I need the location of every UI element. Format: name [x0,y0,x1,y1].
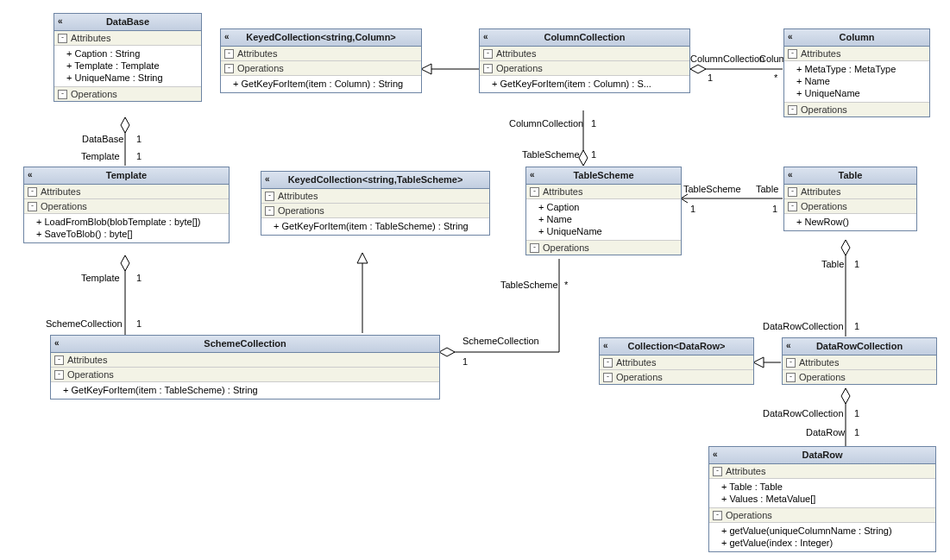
operations-label: Operations [726,510,772,520]
minus-icon: - [28,187,37,197]
lbl-sc2: SchemeCollection [462,336,539,346]
minus-icon: - [58,90,67,99]
minus-icon: - [265,192,274,201]
attributes-header: -Attributes [526,185,681,199]
operations-header: -Operations [54,87,201,101]
attributes-header: -Attributes [709,464,935,479]
class-keyed-tablescheme[interactable]: «KeyedCollection<string,TableScheme> -At… [261,171,490,236]
lbl-tblm: 1 [772,204,777,214]
operations-label: Operations [71,89,117,99]
attr: + Table : Table [721,481,932,493]
attr: + Template : Template [66,60,198,72]
svg-marker-3 [690,65,706,73]
attr: + Values : MetaValue[] [721,493,932,505]
attributes-body: + Caption + Name + UniqueName [526,199,681,241]
class-collection-datarow[interactable]: «Collection<DataRow> -Attributes -Operat… [599,337,754,385]
attributes-label: Attributes [801,48,840,59]
class-tablescheme[interactable]: «TableScheme -Attributes + Caption + Nam… [525,167,682,255]
operations-body: + getValue(uniqueColumnName : String) + … [709,523,935,551]
svg-marker-1 [121,255,129,271]
operations-header: -Operations [783,370,936,384]
operations-header: -Operations [784,199,916,214]
operations-label: Operations [801,104,847,115]
collapse-icon: « [713,450,716,459]
lbl-dr: DataRow [806,427,845,437]
class-name: TableScheme [573,170,633,180]
attr: + UniqueName [796,87,926,99]
lbl-ts2m: 1 [690,204,695,214]
minus-icon: - [224,49,234,59]
attributes-label: Attributes [41,186,80,197]
class-datarow[interactable]: «DataRow -Attributes + Table : Table + V… [708,446,936,552]
minus-icon: - [530,243,539,253]
lbl-tpl-m: 1 [136,151,142,161]
minus-icon: - [788,202,797,211]
attr: + MetaType : MetaType [796,63,926,75]
lbl-ts3: TableScheme [500,280,558,290]
svg-marker-8 [753,357,764,368]
minus-icon: - [224,64,234,73]
operations-header: -Operations [480,61,689,76]
op: + SaveToBlob() : byte[] [36,228,225,240]
operations-header: -Operations [709,508,935,523]
lbl-ts1m: 1 [591,149,596,160]
class-name: Column [840,32,875,42]
class-title: «Column [784,29,929,47]
attr: + Name [796,75,926,87]
class-name: Template [106,170,147,180]
lbl-ts3m: * [564,280,568,290]
class-keyed-column[interactable]: «KeyedCollection<string,Column> -Attribu… [220,28,422,93]
op: + getValue(index : Integer) [721,537,932,549]
attributes-header: -Attributes [600,356,753,370]
attributes-label: Attributes [616,357,656,368]
attributes-label: Attributes [71,33,110,43]
class-name: Table [839,170,863,180]
attributes-header: -Attributes [51,353,439,368]
lbl-tpl2: Template [81,273,120,283]
class-column[interactable]: «Column -Attributes + MetaType : MetaTyp… [783,28,930,117]
lbl-ts2: TableScheme [683,184,741,194]
attributes-header: -Attributes [54,31,201,46]
operations-header: -Operations [51,368,439,382]
collapse-icon: « [788,170,791,179]
minus-icon: - [788,49,797,59]
class-scheme-collection[interactable]: «SchemeCollection -Attributes -Operation… [50,335,440,400]
class-name: DataRow [802,450,842,460]
lbl-cc2: ColumnCollection [509,118,583,129]
op: + getValue(uniqueColumnName : String) [721,525,932,537]
lbl-ts1: TableScheme [522,149,580,160]
class-name: Collection<DataRow> [627,341,725,351]
operations-label: Operations [801,201,847,211]
class-title: «Template [24,167,229,185]
class-table[interactable]: «Table -Attributes -Operations + NewRow(… [783,167,917,231]
lbl-cc1: ColumnCollection [690,53,764,64]
attributes-label: Attributes [726,466,765,476]
minus-icon: - [530,187,539,197]
minus-icon: - [786,373,796,382]
minus-icon: - [54,370,64,380]
collapse-icon: « [54,338,58,348]
operations-label: Operations [237,63,284,73]
attributes-label: Attributes [237,48,277,59]
attributes-header: -Attributes [480,47,689,61]
attr: + Name [538,213,677,225]
class-title: «TableScheme [526,167,681,185]
minus-icon: - [54,356,64,365]
class-datarow-collection[interactable]: «DataRowCollection -Attributes -Operatio… [782,337,937,385]
lbl-tbl2m: 1 [854,259,859,269]
class-name: DataRowCollection [816,341,903,351]
uml-canvas: DataBase 1 Template 1 Template 1 SchemeC… [0,0,950,560]
class-title: «KeyedCollection<string,Column> [221,29,421,47]
operations-header: -Operations [221,61,421,76]
class-column-collection[interactable]: «ColumnCollection -Attributes -Operation… [479,28,690,93]
minus-icon: - [58,34,67,43]
attributes-header: -Attributes [24,185,229,199]
op: + LoadFromBlob(blobTemplate : byte[]) [36,216,225,228]
minus-icon: - [713,511,722,520]
attr: + UniqueName : String [66,72,198,84]
class-database[interactable]: «DataBase -Attributes + Caption : String… [53,13,202,102]
attributes-label: Attributes [67,355,107,365]
operations-label: Operations [67,369,114,380]
class-template[interactable]: «Template -Attributes -Operations + Load… [23,167,230,243]
operations-header: -Operations [600,370,753,384]
